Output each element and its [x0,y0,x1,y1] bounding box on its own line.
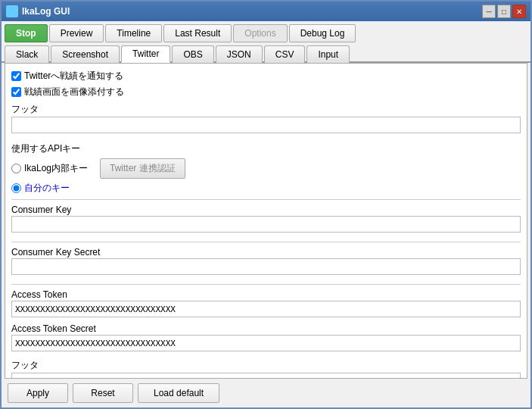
load-default-button[interactable]: Load default [138,383,219,403]
self-key-radio[interactable] [11,183,21,193]
tab-screenshot[interactable]: Screenshot [51,45,120,63]
access-token-secret-label: Access Token Secret [11,323,521,334]
footer-label-1: フッタ [11,103,521,116]
consumer-key-label: Consumer Key [11,204,521,215]
twitter-auth-button[interactable]: Twitter 連携認証 [100,158,185,179]
ikalog-key-radio[interactable] [11,164,21,173]
title-bar-content: IkaLog GUI [6,5,70,17]
bottom-bar: Apply Reset Load default [2,379,530,407]
content-area: Twitterへ戦績を通知する 戦績画面を画像添付する フッタ 使用するAPIキ… [5,63,527,379]
close-button[interactable]: ✕ [512,5,526,18]
consumer-key-input[interactable] [11,216,521,233]
api-key-section-label: 使用するAPIキー [11,142,521,155]
tab-input[interactable]: Input [306,45,350,63]
notify-checkbox[interactable] [11,71,21,81]
footer-input-1[interactable] [11,117,521,133]
tab-twitter[interactable]: Twitter [121,45,170,63]
footer-label-2: フッタ [11,359,521,372]
maximize-button[interactable]: □ [497,5,511,18]
preview-button[interactable]: Preview [49,24,104,42]
window-title: IkaLog GUI [22,6,70,17]
tab-json[interactable]: JSON [216,45,263,63]
title-bar: IkaLog GUI ─ □ ✕ [2,2,530,21]
ikalog-key-radio-row: IkaLog内部キー [11,162,88,175]
minimize-button[interactable]: ─ [482,5,496,18]
access-token-secret-input[interactable] [11,335,521,351]
separator-1 [11,199,521,200]
reset-button[interactable]: Reset [73,383,133,403]
consumer-key-secret-label: Consumer Key Secret [11,247,521,258]
consumer-key-secret-input[interactable] [11,258,521,275]
stop-button[interactable]: Stop [5,24,48,42]
access-token-input[interactable] [11,301,521,317]
attach-checkbox-row: 戦績画面を画像添付する [11,86,521,98]
self-key-label: 自分のキー [24,182,70,195]
self-key-radio-row: 自分のキー [11,182,521,195]
timeline-button[interactable]: Timeline [105,24,162,42]
title-controls: ─ □ ✕ [482,5,526,18]
ikalog-key-label: IkaLog内部キー [24,162,88,175]
api-key-radio-group: IkaLog内部キー [11,162,88,175]
main-window: IkaLog GUI ─ □ ✕ Stop Preview Timeline L… [0,0,532,409]
notify-checkbox-row: Twitterへ戦績を通知する [11,70,521,83]
app-icon [6,5,18,17]
tab-obs[interactable]: OBS [172,45,213,63]
api-key-section: IkaLog内部キー Twitter 連携認証 [11,158,521,179]
separator-3 [11,284,521,285]
options-button[interactable]: Options [233,24,287,42]
notify-label: Twitterへ戦績を通知する [24,70,123,83]
toolbar: Stop Preview Timeline Last Result Option… [2,21,530,44]
attach-label: 戦績画面を画像添付する [24,86,124,98]
tab-slack[interactable]: Slack [5,45,49,63]
debug-log-button[interactable]: Debug Log [289,24,356,42]
access-token-label: Access Token [11,289,521,300]
tab-bar: Slack Screenshot Twitter OBS JSON CSV In… [2,44,530,63]
tab-csv[interactable]: CSV [264,45,306,63]
apply-button[interactable]: Apply [8,383,68,403]
last-result-button[interactable]: Last Result [163,24,232,42]
attach-image-checkbox[interactable] [11,87,21,97]
footer-input-2[interactable] [11,373,521,379]
separator-2 [11,242,521,242]
